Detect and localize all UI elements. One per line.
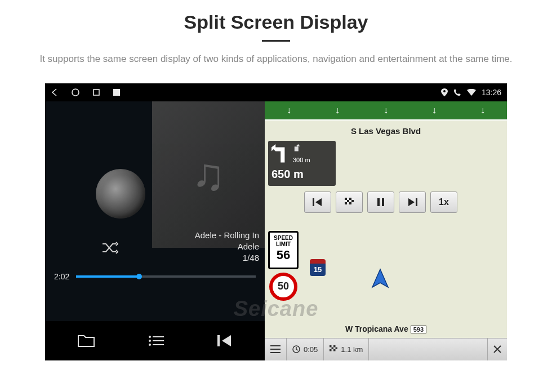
android-status-bar: 13:26 [45,83,507,101]
svg-rect-26 [333,345,336,348]
svg-rect-15 [351,200,354,202]
svg-rect-9 [153,344,164,345]
flag-icon [330,345,337,353]
navigation-pane[interactable]: ↓ ↓ ↓ ↓ ↓ Koval Ln Duke Ellington Way Gi… [265,101,507,360]
map-label: Duke Ellington Way [400,171,454,178]
svg-point-8 [149,344,151,346]
wifi-icon [467,89,476,96]
turn-right-small-icon [293,144,303,154]
lane-arrow-icon: ↓ [432,105,437,115]
lane-arrow-icon: ↓ [335,105,340,115]
vehicle-cursor-icon [369,268,391,293]
svg-rect-2 [113,89,120,96]
primary-turn-distance: 650 m [271,168,304,180]
svg-rect-28 [336,348,338,350]
svg-rect-7 [153,340,164,341]
map-label: Giles St [474,199,496,206]
lane-arrow-icon: ↓ [480,105,485,115]
svg-rect-19 [382,198,384,206]
lane-arrow-icon: ↓ [287,105,291,115]
current-speed-indicator: 50 [269,273,297,301]
music-controls [45,321,265,360]
svg-rect-1 [94,90,99,95]
nav-destination-button[interactable] [336,191,363,213]
svg-rect-23 [270,352,281,353]
track-title: Adele - Rolling In [195,230,259,241]
home-icon[interactable] [71,88,80,97]
svg-rect-11 [313,198,314,206]
page-title: Split Screen Display [0,11,552,33]
speed-limit-value: 56 [270,248,297,262]
svg-rect-18 [377,198,380,206]
svg-rect-29 [330,349,332,351]
svg-rect-12 [345,198,347,200]
album-placeholder: ♫ [152,101,265,248]
svg-rect-17 [349,202,351,204]
map-label: E Reno Ave [483,243,489,275]
svg-rect-22 [270,349,281,350]
playlist-button[interactable] [148,335,164,346]
nav-menu-button[interactable] [265,338,287,360]
svg-point-4 [149,336,151,338]
clock-text: 13:26 [482,88,501,97]
eta-display: 0:05 [287,338,324,360]
elapsed-time: 2:02 [54,272,69,281]
speed-limit-sign: SPEED LIMIT 56 [268,231,299,269]
map-label: Stable Rd [434,275,461,282]
next-street-label: S Las Vegas Blvd [265,126,507,136]
distance-remaining-display: 1.1 km [324,338,369,360]
lane-guidance-bar: ↓ ↓ ↓ ↓ ↓ [265,101,507,121]
svg-rect-21 [270,345,281,346]
nav-next-button[interactable] [399,191,426,213]
street-number-badge: 593 [411,326,426,333]
track-index: 1/48 [195,252,259,264]
page-subtitle: It supports the same screen display of t… [34,52,518,66]
secondary-turn-distance: 300 m [293,157,310,163]
nav-pause-button[interactable] [367,191,394,213]
music-note-icon: ♫ [192,149,225,201]
map-label: Koval Ln [377,154,402,161]
interstate-shield: 15 [310,259,326,276]
location-icon [441,88,448,96]
phone-icon [453,88,461,96]
svg-point-0 [72,89,79,96]
svg-rect-10 [217,335,220,346]
nav-close-button[interactable] [487,338,507,360]
svg-rect-13 [349,198,351,200]
svg-point-3 [443,90,446,92]
svg-point-6 [149,340,151,342]
clock-icon [292,345,300,353]
screenshot-icon[interactable] [113,88,121,96]
back-icon[interactable] [51,88,59,96]
nav-bottom-bar: 0:05 1.1 km [265,338,507,360]
turn-left-icon [271,144,290,164]
svg-rect-25 [330,345,332,348]
folder-button[interactable] [78,334,95,348]
lane-arrow-icon: ↓ [384,105,388,115]
shuffle-icon[interactable] [101,242,118,256]
svg-rect-30 [333,349,336,351]
recent-icon[interactable] [92,88,100,96]
current-street-label: W Tropicana Ave593 [265,324,507,333]
map-label: Vegas Blvd [287,221,318,228]
svg-rect-20 [416,198,417,206]
album-art-joystick [96,169,145,219]
nav-prev-button[interactable] [304,191,331,213]
turn-instruction-box: 300 m 650 m [268,141,336,186]
svg-rect-16 [345,202,347,204]
svg-rect-5 [153,336,164,337]
progress-bar[interactable] [76,275,256,278]
svg-rect-14 [347,200,349,202]
device-screenshot: 13:26 ♫ Adele - Rolling In Adele 1/48 [45,83,507,360]
track-artist: Adele [195,241,259,252]
title-underline [262,40,290,42]
svg-rect-27 [332,348,334,350]
previous-track-button[interactable] [217,334,232,348]
music-player-pane: ♫ Adele - Rolling In Adele 1/48 2:02 [45,101,265,360]
map-label: Luxor Dr [411,259,435,265]
nav-speed-button[interactable]: 1x [430,191,457,213]
